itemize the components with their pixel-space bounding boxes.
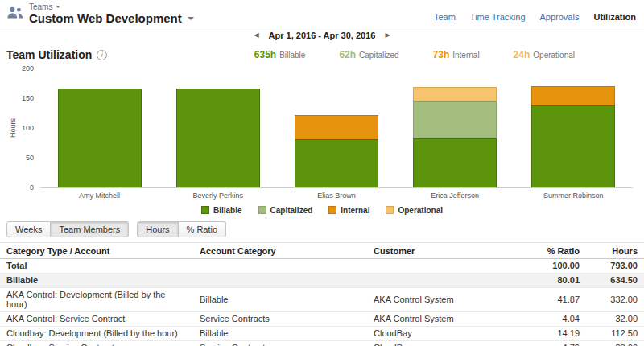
- utilization-chart: Hours 050100150200 Amy MitchellBeverly P…: [0, 64, 644, 217]
- table-row-total: Total100.00793.00: [0, 259, 644, 274]
- bar-segment-operational[interactable]: [413, 87, 497, 101]
- table-cell: CloudBay: [367, 327, 528, 341]
- table-cell: 793.00: [586, 259, 644, 274]
- bar-segment-internal[interactable]: [531, 86, 615, 105]
- table-cell: 4.04: [528, 312, 586, 327]
- bar-category-label: Erica Jefferson: [413, 192, 497, 200]
- column-header-hours[interactable]: Hours: [586, 243, 644, 259]
- legend-swatch: [258, 206, 266, 214]
- y-axis: 050100150200: [14, 69, 34, 188]
- stat-billable: 635hBillable: [254, 49, 306, 60]
- column-header-ratio[interactable]: % Ratio: [528, 243, 586, 259]
- legend-label: Capitalized: [270, 206, 313, 215]
- column-header-customer[interactable]: Customer: [367, 243, 528, 259]
- button-ratio[interactable]: % Ratio: [179, 221, 227, 237]
- bar-category-label: Summer Robinson: [531, 192, 615, 200]
- teams-icon: [6, 5, 24, 21]
- toolbar: WeeksTeam Members Hours% Ratio: [0, 217, 644, 242]
- stat-internal: 73hInternal: [433, 49, 480, 60]
- table-cell: Billable: [193, 327, 367, 341]
- unit-toggle: Hours% Ratio: [137, 221, 226, 237]
- date-range[interactable]: Apr 1, 2016 - Apr 30, 2016: [269, 31, 376, 40]
- category-labels: Amy MitchellBeverly PerkinsElias BrownEr…: [40, 192, 633, 200]
- view-toggle: WeeksTeam Members: [6, 221, 129, 237]
- bar-segment-billable[interactable]: [176, 89, 260, 187]
- table-cell: Service Contracts: [193, 341, 367, 346]
- legend-item-internal[interactable]: Internal: [328, 206, 369, 215]
- table-cell: Cloudbay: Development (Billed by the hou…: [0, 327, 193, 341]
- table-header-row: Category Type / AccountAccount CategoryC…: [0, 243, 644, 259]
- stat-label: Capitalized: [359, 51, 398, 60]
- header-titles: Teams Custom Web Development: [29, 2, 194, 27]
- prev-period-button[interactable]: ◀: [254, 31, 258, 39]
- table-cell: Total: [0, 259, 193, 274]
- table-cell: 112.50: [586, 327, 644, 341]
- utilization-table: Category Type / AccountAccount CategoryC…: [0, 242, 644, 346]
- column-header-category-type-account[interactable]: Category Type / Account: [0, 243, 193, 259]
- date-navigation: ◀ Apr 1, 2016 - Apr 30, 2016 ▶: [0, 27, 644, 43]
- chart-legend: BillableCapitalizedInternalOperational: [0, 203, 644, 217]
- table-cell: CloudBay: [367, 341, 528, 346]
- app: Teams Custom Web Development TeamTime Tr…: [0, 0, 644, 346]
- nav-link-time-tracking[interactable]: Time Tracking: [470, 12, 526, 22]
- teams-dropdown[interactable]: Teams: [29, 2, 194, 11]
- utilization-stats: 635hBillable62hCapitalized73hInternal24h…: [254, 49, 638, 60]
- table-cell: 32.00: [586, 312, 644, 327]
- stat-value: 24h: [514, 49, 530, 60]
- button-hours[interactable]: Hours: [137, 221, 178, 237]
- table-body: Total100.00793.00Billable80.01634.50AKA …: [0, 259, 644, 346]
- stat-value: 635h: [254, 49, 276, 60]
- nav-link-team[interactable]: Team: [434, 12, 456, 22]
- stat-label: Operational: [533, 51, 575, 60]
- stat-capitalized: 62hCapitalized: [339, 49, 398, 60]
- bar-segment-billable[interactable]: [413, 138, 497, 187]
- stat-value: 62h: [339, 49, 356, 60]
- legend-label: Operational: [398, 206, 443, 215]
- bar-category-label: Amy Mitchell: [58, 192, 142, 200]
- table-cell: Billable: [0, 274, 193, 288]
- table-cell: 14.19: [528, 327, 586, 341]
- bar-summer-robinson: [531, 86, 615, 187]
- y-axis-tick: 150: [22, 94, 34, 102]
- stat-value: 73h: [433, 49, 450, 60]
- table-row: AKA Control: Service ContractService Con…: [0, 312, 644, 327]
- table-cell: Billable: [193, 288, 367, 312]
- table-row: Cloudbay: Development (Billed by the hou…: [0, 327, 644, 341]
- info-icon[interactable]: i: [97, 50, 107, 60]
- bar-segment-capitalized[interactable]: [413, 101, 497, 138]
- table-cell: 41.87: [528, 288, 586, 312]
- button-weeks[interactable]: Weeks: [6, 221, 51, 237]
- next-period-button[interactable]: ▶: [385, 31, 390, 39]
- table-row-subtotal: Billable80.01634.50: [0, 274, 644, 288]
- legend-item-operational[interactable]: Operational: [386, 206, 443, 215]
- bar-category-label: Beverly Perkins: [176, 192, 260, 200]
- button-team-members[interactable]: Team Members: [51, 221, 129, 237]
- table-cell: [193, 259, 367, 274]
- table-row: AKA Control: Development (Billed by the …: [0, 288, 644, 312]
- legend-item-billable[interactable]: Billable: [201, 206, 242, 215]
- nav-link-approvals[interactable]: Approvals: [540, 12, 580, 22]
- column-header-account-category[interactable]: Account Category: [193, 243, 367, 259]
- bar-segment-internal[interactable]: [295, 115, 378, 139]
- bar-amy-mitchell: [58, 89, 142, 187]
- bar-beverly-perkins: [176, 89, 260, 187]
- table-cell: Cloudbay: Service Contract: [0, 341, 193, 346]
- table-cell: AKA Control: Service Contract: [0, 312, 193, 327]
- plot-area: [40, 69, 633, 188]
- legend-item-capitalized[interactable]: Capitalized: [258, 206, 313, 215]
- y-axis-tick: 100: [22, 124, 34, 132]
- bar-segment-billable[interactable]: [58, 89, 142, 187]
- chevron-down-icon: [56, 6, 60, 8]
- bar-elias-brown: [295, 115, 378, 187]
- nav-link-utilization[interactable]: Utilization: [593, 12, 636, 22]
- table-cell: AKA Control System: [367, 312, 528, 327]
- table-cell: 100.00: [528, 259, 586, 274]
- table-cell: Service Contracts: [193, 312, 367, 327]
- team-title-dropdown[interactable]: Custom Web Development: [29, 11, 194, 25]
- table-cell: AKA Control System: [367, 288, 528, 312]
- legend-swatch: [328, 206, 336, 214]
- bar-segment-billable[interactable]: [531, 105, 615, 187]
- bar-segment-billable[interactable]: [295, 139, 378, 187]
- table-cell: [193, 274, 367, 288]
- top-bar: Teams Custom Web Development TeamTime Tr…: [0, 0, 644, 27]
